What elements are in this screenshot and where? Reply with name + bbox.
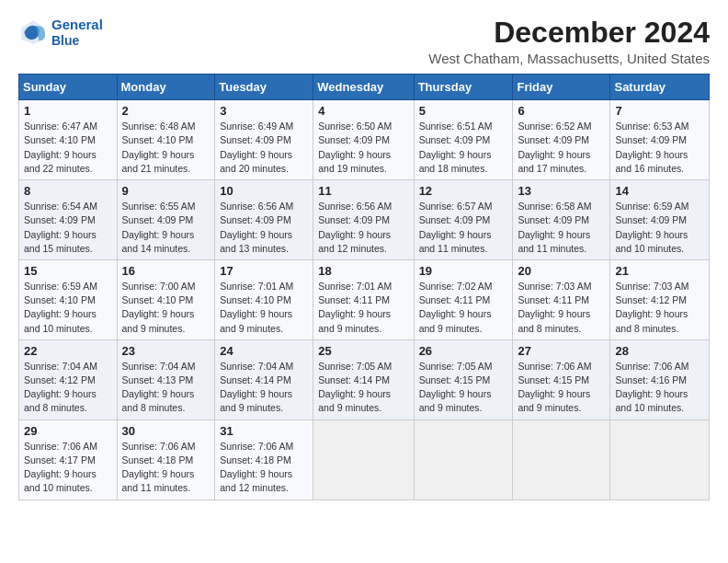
day-info: Sunrise: 6:51 AM Sunset: 4:09 PM Dayligh… [419,120,508,176]
day-number: 5 [419,104,508,118]
day-number: 21 [615,264,704,278]
calendar-cell: 31Sunrise: 7:06 AM Sunset: 4:18 PM Dayli… [215,419,313,500]
day-number: 23 [122,344,210,358]
calendar-cell: 19Sunrise: 7:02 AM Sunset: 4:11 PM Dayli… [414,259,513,339]
day-number: 24 [220,344,308,358]
calendar-cell: 21Sunrise: 7:03 AM Sunset: 4:12 PM Dayli… [610,259,710,339]
day-number: 8 [24,184,112,198]
day-number: 27 [518,344,605,358]
day-number: 25 [318,344,408,358]
calendar-header: Sunday Monday Tuesday Wednesday Thursday… [19,75,710,100]
calendar-cell: 7Sunrise: 6:53 AM Sunset: 4:09 PM Daylig… [610,100,710,180]
day-number: 13 [518,184,605,198]
col-monday: Monday [117,75,215,100]
calendar-cell: 28Sunrise: 7:06 AM Sunset: 4:16 PM Dayli… [610,339,710,419]
calendar-cell: 12Sunrise: 6:57 AM Sunset: 4:09 PM Dayli… [414,180,513,260]
day-number: 26 [419,344,508,358]
calendar-week-1: 1Sunrise: 6:47 AM Sunset: 4:10 PM Daylig… [19,100,710,180]
subtitle: West Chatham, Massachusetts, United Stat… [428,51,710,66]
calendar-cell: 4Sunrise: 6:50 AM Sunset: 4:09 PM Daylig… [313,100,414,180]
day-info: Sunrise: 6:54 AM Sunset: 4:09 PM Dayligh… [24,200,112,256]
calendar-cell: 2Sunrise: 6:48 AM Sunset: 4:10 PM Daylig… [117,100,215,180]
day-info: Sunrise: 6:59 AM Sunset: 4:10 PM Dayligh… [24,280,112,336]
day-number: 12 [419,184,508,198]
day-number: 19 [419,264,508,278]
calendar-cell: 30Sunrise: 7:06 AM Sunset: 4:18 PM Dayli… [117,419,215,500]
col-sunday: Sunday [19,75,118,100]
day-info: Sunrise: 7:06 AM Sunset: 4:17 PM Dayligh… [24,440,112,496]
day-info: Sunrise: 6:57 AM Sunset: 4:09 PM Dayligh… [419,200,508,256]
day-number: 16 [122,264,210,278]
day-number: 20 [518,264,605,278]
calendar-cell: 26Sunrise: 7:05 AM Sunset: 4:15 PM Dayli… [414,339,513,419]
page: General Blue December 2024 West Chatham,… [0,0,728,510]
calendar-week-3: 15Sunrise: 6:59 AM Sunset: 4:10 PM Dayli… [19,259,710,339]
day-info: Sunrise: 6:52 AM Sunset: 4:09 PM Dayligh… [518,120,605,176]
day-number: 14 [615,184,704,198]
calendar-cell: 24Sunrise: 7:04 AM Sunset: 4:14 PM Dayli… [215,339,313,419]
calendar-body: 1Sunrise: 6:47 AM Sunset: 4:10 PM Daylig… [19,100,710,500]
calendar-cell: 29Sunrise: 7:06 AM Sunset: 4:17 PM Dayli… [19,419,118,500]
calendar-cell [513,419,610,500]
day-number: 30 [122,424,210,438]
calendar-cell: 20Sunrise: 7:03 AM Sunset: 4:11 PM Dayli… [513,259,610,339]
title-block: December 2024 West Chatham, Massachusett… [428,17,710,66]
calendar-cell: 22Sunrise: 7:04 AM Sunset: 4:12 PM Dayli… [19,339,118,419]
calendar-cell: 16Sunrise: 7:00 AM Sunset: 4:10 PM Dayli… [117,259,215,339]
day-info: Sunrise: 7:01 AM Sunset: 4:10 PM Dayligh… [220,280,308,336]
calendar-cell: 18Sunrise: 7:01 AM Sunset: 4:11 PM Dayli… [313,259,414,339]
day-number: 28 [615,344,704,358]
calendar-week-5: 29Sunrise: 7:06 AM Sunset: 4:17 PM Dayli… [19,419,710,500]
day-number: 15 [24,264,112,278]
day-info: Sunrise: 6:58 AM Sunset: 4:09 PM Dayligh… [518,200,605,256]
calendar-cell: 9Sunrise: 6:55 AM Sunset: 4:09 PM Daylig… [117,180,215,260]
day-number: 9 [122,184,210,198]
day-info: Sunrise: 6:48 AM Sunset: 4:10 PM Dayligh… [122,120,210,176]
calendar-cell: 25Sunrise: 7:05 AM Sunset: 4:14 PM Dayli… [313,339,414,419]
calendar-cell [313,419,414,500]
day-info: Sunrise: 7:06 AM Sunset: 4:18 PM Dayligh… [122,440,210,496]
logo: General Blue [18,17,103,49]
day-number: 4 [318,104,408,118]
calendar-cell: 15Sunrise: 6:59 AM Sunset: 4:10 PM Dayli… [19,259,118,339]
day-info: Sunrise: 7:01 AM Sunset: 4:11 PM Dayligh… [318,280,408,336]
day-info: Sunrise: 6:56 AM Sunset: 4:09 PM Dayligh… [318,200,408,256]
day-info: Sunrise: 7:06 AM Sunset: 4:18 PM Dayligh… [220,440,308,496]
col-tuesday: Tuesday [215,75,313,100]
day-info: Sunrise: 7:06 AM Sunset: 4:16 PM Dayligh… [615,360,704,416]
calendar-cell: 11Sunrise: 6:56 AM Sunset: 4:09 PM Dayli… [313,180,414,260]
calendar-cell [610,419,710,500]
day-info: Sunrise: 7:06 AM Sunset: 4:15 PM Dayligh… [518,360,605,416]
day-info: Sunrise: 6:53 AM Sunset: 4:09 PM Dayligh… [615,120,704,176]
col-thursday: Thursday [414,75,513,100]
day-number: 17 [220,264,308,278]
day-info: Sunrise: 6:47 AM Sunset: 4:10 PM Dayligh… [24,120,112,176]
calendar-cell: 6Sunrise: 6:52 AM Sunset: 4:09 PM Daylig… [513,100,610,180]
logo-text: General Blue [51,17,103,49]
day-number: 22 [24,344,112,358]
day-number: 1 [24,104,112,118]
calendar-cell [414,419,513,500]
header: General Blue December 2024 West Chatham,… [18,17,710,66]
calendar-cell: 1Sunrise: 6:47 AM Sunset: 4:10 PM Daylig… [19,100,118,180]
day-number: 18 [318,264,408,278]
col-wednesday: Wednesday [313,75,414,100]
calendar-cell: 10Sunrise: 6:56 AM Sunset: 4:09 PM Dayli… [215,180,313,260]
day-number: 29 [24,424,112,438]
calendar-cell: 23Sunrise: 7:04 AM Sunset: 4:13 PM Dayli… [117,339,215,419]
day-info: Sunrise: 6:55 AM Sunset: 4:09 PM Dayligh… [122,200,210,256]
day-info: Sunrise: 7:03 AM Sunset: 4:11 PM Dayligh… [518,280,605,336]
calendar-cell: 3Sunrise: 6:49 AM Sunset: 4:09 PM Daylig… [215,100,313,180]
day-number: 10 [220,184,308,198]
day-info: Sunrise: 6:49 AM Sunset: 4:09 PM Dayligh… [220,120,308,176]
day-info: Sunrise: 7:04 AM Sunset: 4:12 PM Dayligh… [24,360,112,416]
calendar-week-4: 22Sunrise: 7:04 AM Sunset: 4:12 PM Dayli… [19,339,710,419]
day-info: Sunrise: 6:59 AM Sunset: 4:09 PM Dayligh… [615,200,704,256]
header-row: Sunday Monday Tuesday Wednesday Thursday… [19,75,710,100]
day-number: 11 [318,184,408,198]
day-info: Sunrise: 7:00 AM Sunset: 4:10 PM Dayligh… [122,280,210,336]
col-saturday: Saturday [610,75,710,100]
calendar-cell: 14Sunrise: 6:59 AM Sunset: 4:09 PM Dayli… [610,180,710,260]
day-info: Sunrise: 7:04 AM Sunset: 4:14 PM Dayligh… [220,360,308,416]
day-number: 31 [220,424,308,438]
